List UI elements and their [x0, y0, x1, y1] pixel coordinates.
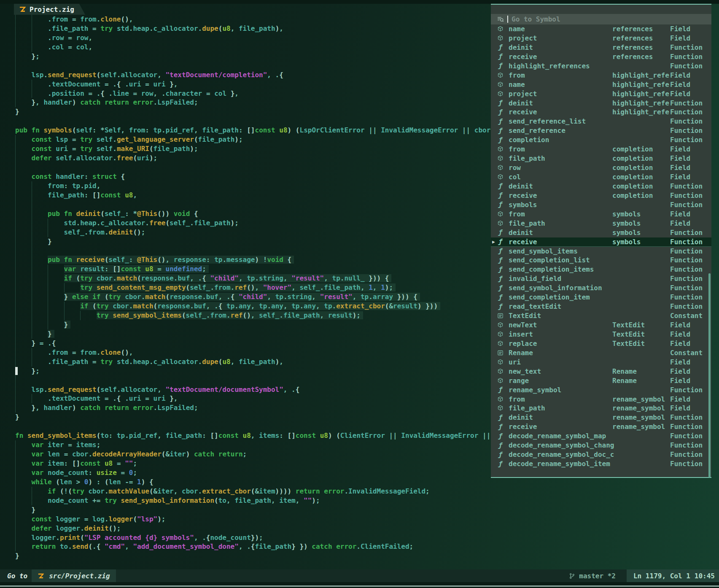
symbol-row[interactable]: ƒsymbolsFunction: [491, 200, 711, 210]
symbol-row[interactable]: projectreferencesField: [491, 34, 711, 43]
symbol-row[interactable]: ƒsend_symbol_itemsFunction: [491, 247, 711, 256]
symbol-row[interactable]: rangeRenameField: [491, 376, 711, 386]
indent-guide: [48, 283, 64, 292]
code-text: from: tp.pid,: [48, 182, 100, 190]
symbol-row[interactable]: ƒdecode_rename_symbol_doc_cFunction: [491, 450, 711, 459]
indent-guide: [15, 89, 32, 98]
symbol-container: rename_symbol: [612, 413, 665, 421]
function-icon: ƒ: [497, 442, 504, 449]
symbol-row[interactable]: ƒsend_symbol_informationFunction: [491, 283, 711, 293]
code-line[interactable]: return to.send(.{ "cmd", "add_document_s…: [15, 542, 719, 551]
zig-icon: [38, 573, 44, 579]
code-line[interactable]: if (!(try cbor.matchValue(&iter, cbor.ex…: [15, 487, 719, 496]
indent-guide: [15, 505, 32, 515]
code-line[interactable]: }: [15, 551, 719, 561]
symbol-row[interactable]: colcompletionField: [491, 173, 711, 182]
file-segment[interactable]: src/Project.zig: [32, 569, 116, 582]
symbol-row[interactable]: rowcompletionField: [491, 163, 711, 173]
symbol-name: highlight_references: [509, 62, 590, 70]
tab-project-zig[interactable]: Project.zig: [14, 4, 85, 15]
indent-guide: [15, 311, 32, 320]
symbol-row[interactable]: insertTextEditField: [491, 330, 711, 339]
palette-scrollbar[interactable]: [708, 273, 711, 477]
symbol-row[interactable]: fromcompletionField: [491, 145, 711, 154]
code-text: var result: []const u8 = undefined;: [64, 265, 206, 273]
symbol-kind: Function: [670, 182, 703, 190]
indent-guide: [15, 515, 32, 524]
indent-guide: [48, 302, 64, 311]
symbol-row[interactable]: ƒreceivehighlight_refeFunction: [491, 108, 711, 117]
symbol-row[interactable]: ƒreceivereferencesFunction: [491, 52, 711, 62]
symbol-row[interactable]: ƒdecode_rename_symbol_changFunction: [491, 441, 711, 450]
symbol-row[interactable]: newTextTextEditField: [491, 321, 711, 330]
symbol-row[interactable]: ƒsend_completion_listFunction: [491, 256, 711, 265]
symbol-row[interactable]: namehighlight_refeField: [491, 80, 711, 89]
field-icon: [497, 146, 504, 153]
symbol-row[interactable]: fromrename_symbolField: [491, 395, 711, 404]
symbol-row[interactable]: ƒdecode_rename_symbol_mapFunction: [491, 432, 711, 441]
symbol-row[interactable]: fromhighlight_refeField: [491, 71, 711, 80]
bottom-edge-strip: [0, 582, 719, 588]
symbol-row[interactable]: ƒreceiverename_symbolFunction: [491, 422, 711, 432]
code-text: const logger = log.logger("lsp");: [32, 515, 166, 523]
function-icon: ƒ: [497, 451, 504, 458]
symbol-row[interactable]: file_pathcompletionField: [491, 154, 711, 163]
symbol-row[interactable]: RenameConstant: [491, 348, 711, 358]
symbol-row[interactable]: replaceTextEditField: [491, 339, 711, 348]
symbol-name: read_textEdit: [509, 302, 561, 310]
symbol-row[interactable]: ƒreceivecompletionFunction: [491, 191, 711, 200]
symbol-row[interactable]: ƒread_textEditFunction: [491, 302, 711, 311]
field-icon: [497, 331, 504, 338]
indent-guide: [32, 181, 48, 191]
symbol-row[interactable]: ƒsend_completion_itemsFunction: [491, 265, 711, 274]
symbol-row[interactable]: TextEditConstant: [491, 311, 711, 321]
code-line[interactable]: const logger = log.logger("lsp");: [15, 515, 719, 524]
constant-icon: [497, 312, 504, 319]
code-text: }: [48, 330, 52, 338]
symbol-row[interactable]: new_textRenameField: [491, 367, 711, 376]
symbol-row[interactable]: file_pathrename_symbolField: [491, 404, 711, 413]
indent-guide: [15, 246, 32, 255]
symbol-search-input[interactable]: Go to Symbol: [491, 14, 711, 24]
symbol-row[interactable]: ƒdeinitreferencesFunction: [491, 43, 711, 52]
symbol-kind: Field: [670, 154, 690, 162]
symbol-row[interactable]: namereferencesField: [491, 24, 711, 34]
symbol-row[interactable]: uriField: [491, 358, 711, 367]
symbol-row[interactable]: ƒsend_reference_listFunction: [491, 117, 711, 126]
symbol-row[interactable]: ƒdeinitsymbolsFunction: [491, 228, 711, 237]
code-text: }: [48, 237, 52, 245]
symbol-row[interactable]: ƒdeinitrename_symbolFunction: [491, 413, 711, 422]
symbol-row[interactable]: ƒcompletionFunction: [491, 135, 711, 145]
code-line[interactable]: }: [15, 505, 719, 515]
symbol-kind: Field: [670, 330, 690, 338]
symbol-name: receive: [509, 53, 537, 61]
go-to-symbol-palette[interactable]: Go to Symbol namereferencesFieldprojectr…: [491, 4, 711, 478]
code-line[interactable]: logger.print("LSP accounted {d} symbols"…: [15, 533, 719, 542]
code-line[interactable]: node_count += try send_symbol_informatio…: [15, 496, 719, 505]
symbol-row[interactable]: ƒdeinithighlight_refeFunction: [491, 99, 711, 108]
code-text: }: [15, 413, 19, 421]
symbol-row[interactable]: ƒdeinitcompletionFunction: [491, 182, 711, 191]
symbol-row[interactable]: ƒhighlight_referencesFunction: [491, 62, 711, 71]
symbol-kind: Function: [670, 275, 703, 283]
indent-guide: [15, 135, 32, 144]
symbol-row[interactable]: ƒdecode_rename_symbol_itemFunction: [491, 459, 711, 469]
code-text: var item: []const u8 = "";: [32, 459, 137, 467]
symbol-row[interactable]: ƒsend_completion_itemFunction: [491, 293, 711, 302]
symbol-row[interactable]: fromsymbolsField: [491, 210, 711, 219]
symbol-row[interactable]: projecthighlight_refeField: [491, 89, 711, 99]
code-line[interactable]: defer logger.deinit();: [15, 524, 719, 533]
symbol-row[interactable]: ƒinvalid_fieldFunction: [491, 274, 711, 283]
symbol-row[interactable]: file_pathsymbolsField: [491, 219, 711, 228]
code-text: }: [32, 506, 36, 514]
symbol-row[interactable]: ▶ƒreceivesymbolsFunction: [491, 237, 711, 247]
indent-guide: [32, 218, 48, 228]
symbol-container: TextEdit: [612, 340, 645, 348]
symbol-container: highlight_refe: [612, 81, 669, 89]
symbol-row[interactable]: ƒrename_symbolFunction: [491, 386, 711, 395]
function-icon: ƒ: [497, 275, 504, 282]
symbol-kind: Function: [670, 441, 703, 449]
code-line[interactable]: while (len > 0) : (len -= 1) {: [15, 477, 719, 487]
symbol-row[interactable]: ƒsend_referenceFunction: [491, 126, 711, 135]
symbol-name: decode_rename_symbol_doc_c: [509, 450, 614, 459]
